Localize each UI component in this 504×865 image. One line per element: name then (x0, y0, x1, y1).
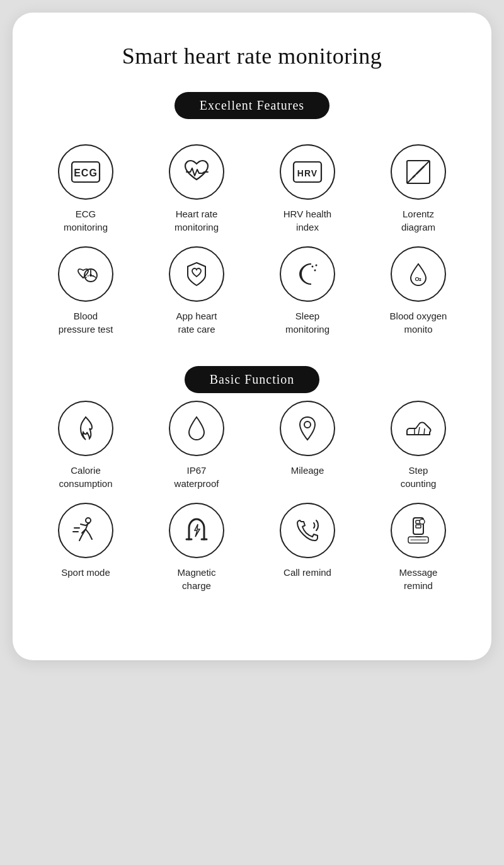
svg-point-15 (423, 166, 425, 168)
blood-pressure-label: Bloodpressure test (59, 309, 113, 336)
calorie-icon-circle (58, 401, 113, 456)
feature-message: Messageremind (365, 503, 471, 592)
feature-calorie: Calorieconsumption (33, 401, 139, 490)
feature-blood-pressure: Bloodpressure test (33, 246, 139, 336)
basic-function-badge: Basic Function (185, 366, 320, 393)
magnetic-icon-circle (169, 503, 224, 558)
step-icon (402, 412, 435, 445)
call-label: Call remind (284, 566, 331, 579)
feature-hrv: HRV HRV healthindex (255, 144, 360, 234)
feature-heart-rate: Heart ratemonitoring (144, 144, 249, 234)
feature-ecg: ECG ECGmonitoring (33, 144, 139, 234)
svg-text:ECG: ECG (74, 168, 98, 178)
waterproof-icon (180, 412, 213, 445)
mileage-icon (291, 412, 324, 445)
main-card: Smart heart rate monitoring Excellent Fe… (13, 13, 491, 660)
lorentz-label: Lorentzdiagram (401, 207, 435, 234)
svg-point-22 (316, 265, 318, 266)
blood-pressure-icon (69, 258, 102, 290)
svg-rect-35 (416, 525, 421, 528)
svg-point-21 (314, 270, 316, 272)
svg-text:HRV: HRV (297, 168, 318, 178)
app-heart-label: App heartrate care (176, 309, 217, 336)
svg-point-28 (86, 518, 91, 523)
hrv-label: HRV healthindex (284, 207, 331, 234)
feature-lorentz: Lorentzdiagram (365, 144, 471, 234)
sport-icon-circle (58, 503, 113, 558)
sport-icon (69, 514, 102, 547)
sleep-icon (291, 258, 324, 290)
svg-line-26 (418, 427, 420, 435)
lorentz-icon-circle (391, 144, 446, 200)
svg-point-19 (89, 274, 92, 277)
feature-mileage: Mileage (255, 401, 360, 490)
waterproof-icon-circle (169, 401, 224, 456)
ecg-label: ECGmonitoring (64, 207, 108, 234)
message-icon (402, 514, 435, 547)
svg-text:O₂: O₂ (415, 276, 421, 282)
sport-label: Sport mode (61, 566, 110, 579)
heart-rate-label: Heart ratemonitoring (175, 207, 219, 234)
svg-point-20 (312, 266, 314, 268)
ecg-icon: ECG (69, 156, 102, 188)
svg-point-24 (304, 421, 311, 428)
call-icon-circle (280, 503, 335, 558)
feature-magnetic: Magneticcharge (144, 503, 249, 592)
feature-app-heart: App heartrate care (144, 246, 249, 336)
excellent-features-badge: Excellent Features (175, 92, 329, 119)
magnetic-icon (180, 514, 213, 547)
hrv-icon-circle: HRV (280, 144, 335, 200)
app-heart-icon-circle (169, 246, 224, 302)
feature-step: Stepcounting (365, 401, 471, 490)
svg-point-14 (413, 176, 415, 178)
feature-blood-oxygen: O₂ Blood oxygenmonito (365, 246, 471, 336)
excellent-features-grid: ECG ECGmonitoring Heart ratemonitoring H… (33, 144, 471, 336)
svg-point-13 (418, 171, 420, 173)
svg-point-36 (420, 519, 425, 524)
blood-pressure-icon-circle (58, 246, 113, 302)
calorie-label: Calorieconsumption (59, 464, 112, 490)
feature-sport: Sport mode (33, 503, 139, 592)
calorie-icon (69, 412, 102, 445)
step-label: Stepcounting (401, 464, 437, 490)
blood-oxygen-icon: O₂ (402, 258, 435, 290)
mileage-icon-circle (280, 401, 335, 456)
sleep-icon-circle (280, 246, 335, 302)
feature-waterproof: IP67waterproof (144, 401, 249, 490)
heart-rate-icon-circle (169, 144, 224, 200)
hrv-icon: HRV (291, 156, 324, 188)
ecg-icon-circle: ECG (58, 144, 113, 200)
step-icon-circle (391, 401, 446, 456)
message-icon-circle (391, 503, 446, 558)
app-heart-icon (180, 258, 213, 290)
feature-sleep: Sleepmonitoring (255, 246, 360, 336)
basic-features-grid: Calorieconsumption IP67waterproof Mileag… (33, 401, 471, 592)
blood-oxygen-icon-circle: O₂ (391, 246, 446, 302)
svg-line-27 (424, 428, 425, 435)
heart-rate-icon (180, 156, 213, 188)
sleep-label: Sleepmonitoring (285, 309, 329, 336)
message-label: Messageremind (399, 566, 438, 592)
feature-call: Call remind (255, 503, 360, 592)
waterproof-label: IP67waterproof (175, 464, 219, 490)
blood-oxygen-label: Blood oxygenmonito (390, 309, 447, 336)
page-title: Smart heart rate monitoring (33, 43, 471, 69)
lorentz-icon (402, 156, 435, 188)
mileage-label: Mileage (291, 464, 324, 477)
magnetic-label: Magneticcharge (178, 566, 216, 592)
call-icon (291, 514, 324, 547)
